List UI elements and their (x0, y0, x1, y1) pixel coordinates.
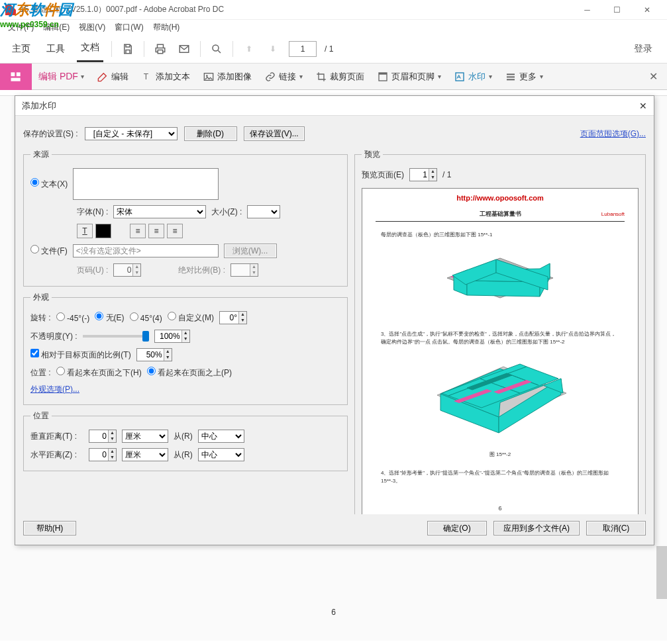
rel-scale-checkbox[interactable] (30, 349, 39, 357)
page-num-stepper[interactable]: ▲▼ (113, 263, 141, 277)
saved-settings-select[interactable]: [自定义 - 未保存] (85, 127, 178, 140)
preview-doc-title: 工程基础算量书 (478, 208, 523, 220)
rot-custom-radio[interactable] (168, 312, 176, 320)
file-path-input[interactable] (73, 244, 219, 257)
rotate-label: 旋转 : (30, 312, 51, 324)
size-select[interactable] (247, 205, 280, 218)
login-link[interactable]: 登录 (634, 43, 659, 55)
rot-none-radio[interactable] (95, 312, 103, 320)
main-tab-bar: 主页 工具 文档 ⬆ ⬇ 1 / 1 登录 (0, 34, 667, 64)
scrollbar-thumb[interactable] (656, 546, 667, 599)
window-close-button[interactable]: ✕ (632, 0, 662, 20)
delete-button[interactable]: 删除(D) (184, 126, 237, 141)
svg-text:T: T (144, 72, 149, 81)
rot-custom-stepper[interactable]: ▲▼ (219, 311, 247, 324)
edit-pdf-dropdown[interactable]: 编辑 PDF ▾ (32, 71, 91, 83)
preview-fieldset: 预览 预览页面(E) ▲▼ / 1 http://www.opoosoft.co… (354, 149, 646, 514)
page-number-bg: 6 (331, 608, 336, 617)
add-image-button[interactable]: 添加图像 (197, 71, 258, 83)
edit-button[interactable]: 编辑 (91, 71, 135, 83)
position-label: 位置 : (30, 367, 51, 379)
page-up-icon[interactable]: ⬆ (241, 41, 257, 57)
add-text-button[interactable]: T添加文本 (135, 71, 197, 83)
rot-45-radio[interactable] (130, 312, 138, 321)
page-total: / 1 (325, 44, 333, 54)
font-select[interactable]: 宋体 (113, 205, 206, 218)
menu-view[interactable]: 视图(V) (76, 21, 108, 34)
from-label-1: 从(R) (174, 431, 193, 442)
abs-scale-stepper[interactable]: ▲▼ (231, 263, 258, 277)
preview-canvas: http://www.opoosoft.com 工程基础算量书 Lubansof… (362, 188, 639, 514)
more-button[interactable]: 更多 ▾ (499, 71, 550, 83)
position-legend: 位置 (30, 410, 52, 422)
menu-window[interactable]: 窗口(W) (112, 21, 146, 34)
preview-line1: 每层的调查基（板色）的三维图形如下图 15**-1 (376, 230, 625, 240)
file-radio-label[interactable]: 文件(F) (30, 245, 68, 257)
watermark-button[interactable]: 水印 ▾ (448, 71, 499, 83)
save-settings-button[interactable]: 保存设置(V)... (244, 126, 305, 141)
link-button[interactable]: 链接 ▾ (258, 71, 309, 83)
from-label-2: 从(R) (174, 449, 193, 461)
menu-help[interactable]: 帮助(H) (150, 21, 183, 34)
apply-multiple-button[interactable]: 应用到多个文件(A) (493, 521, 580, 535)
tab-tools[interactable]: 工具 (42, 36, 69, 62)
divider (232, 41, 233, 57)
header-footer-button[interactable]: 页眉和页脚 ▾ (371, 71, 448, 83)
horz-from-select[interactable]: 中心 (198, 448, 244, 461)
divider (200, 41, 201, 57)
crop-button[interactable]: 裁剪页面 (309, 71, 371, 83)
align-center-button[interactable]: ≡ (148, 224, 164, 238)
search-icon[interactable] (209, 41, 225, 57)
svg-rect-10 (507, 73, 515, 75)
ok-button[interactable]: 确定(O) (427, 521, 487, 535)
help-button[interactable]: 帮助(H) (23, 521, 76, 535)
preview-page-stepper[interactable]: ▲▼ (409, 168, 437, 181)
horz-unit-select[interactable]: 厘米 (122, 448, 168, 461)
page-number-input[interactable]: 1 (289, 41, 317, 57)
pos-below-radio[interactable] (56, 367, 65, 375)
rel-scale-stepper[interactable]: ▲▼ (136, 348, 172, 361)
underline-button[interactable]: T (77, 224, 93, 238)
opacity-stepper[interactable]: ▲▼ (154, 330, 190, 343)
browse-button[interactable]: 浏览(W)... (224, 244, 277, 258)
minimize-button[interactable]: ─ (572, 0, 602, 20)
page-down-icon[interactable]: ⬇ (265, 41, 281, 57)
edit-pdf-panel-icon[interactable] (0, 64, 32, 90)
vert-dist-stepper[interactable]: ▲▼ (89, 430, 117, 443)
watermark-text-input[interactable] (73, 168, 219, 200)
opacity-label: 不透明度(Y) : (30, 331, 77, 342)
horz-dist-stepper[interactable]: ▲▼ (89, 448, 117, 461)
text-radio-label[interactable]: 文本(X) (30, 178, 68, 190)
align-right-button[interactable]: ≡ (167, 224, 183, 238)
preview-fig2-label: 图 15**-2 (376, 449, 625, 460)
vert-from-select[interactable]: 中心 (198, 430, 244, 443)
print-icon[interactable] (152, 41, 168, 57)
preview-text1: 3、选择"点击生成"，执行"鼠标不要变的检查"，选择对象，点击配筋矢量，执行"点… (376, 329, 625, 347)
email-icon[interactable] (176, 41, 192, 57)
save-icon[interactable] (120, 41, 136, 57)
maximize-button[interactable]: ☐ (602, 0, 632, 20)
watermark-logo-overlay: 河东软件园 www.pc0359.cn (0, 0, 73, 29)
preview-page-label: 预览页面(E) (362, 169, 404, 181)
cancel-button[interactable]: 取消(C) (586, 521, 646, 535)
rot-neg45-radio[interactable] (56, 312, 65, 321)
dialog-close-icon[interactable]: ✕ (639, 101, 647, 111)
svg-rect-1 (11, 72, 15, 76)
preview-page-total: / 1 (442, 170, 451, 179)
vert-unit-select[interactable]: 厘米 (122, 430, 168, 443)
svg-point-0 (213, 45, 219, 51)
align-left-button[interactable]: ≡ (130, 224, 146, 238)
file-radio[interactable] (30, 245, 39, 253)
vert-dist-label: 垂直距离(T) : (30, 431, 83, 442)
text-radio[interactable] (30, 178, 39, 187)
svg-rect-11 (507, 76, 515, 77)
toolbar-close-icon[interactable]: ✕ (640, 70, 667, 83)
opacity-slider[interactable] (83, 335, 149, 338)
pos-above-radio[interactable] (147, 367, 156, 375)
tab-document[interactable]: 文档 (77, 35, 103, 62)
color-button[interactable] (95, 224, 111, 238)
divider (144, 41, 144, 57)
tab-home[interactable]: 主页 (8, 36, 34, 62)
appearance-options-link[interactable]: 外观选项(P)... (30, 384, 79, 395)
page-range-link[interactable]: 页面范围选项(G)... (580, 128, 646, 140)
